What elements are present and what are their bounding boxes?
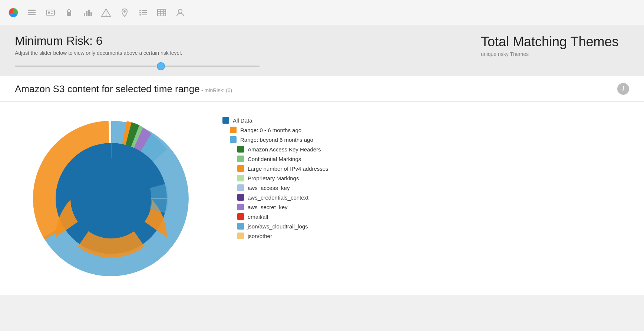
themes-title: Total Matching Themes bbox=[481, 34, 629, 50]
svg-rect-17 bbox=[142, 10, 147, 11]
svg-point-14 bbox=[106, 14, 107, 16]
legend-label-email: email/all bbox=[248, 214, 268, 220]
svg-rect-3 bbox=[28, 14, 36, 15]
svg-rect-12 bbox=[90, 12, 92, 16]
legend-label-confidential: Confidential Markings bbox=[248, 156, 301, 162]
legend-label-aws-credentials: aws_credentials_context bbox=[248, 194, 308, 201]
svg-point-18 bbox=[139, 12, 141, 13]
legend-swatch-range-old bbox=[230, 136, 237, 143]
legend-swatch-email bbox=[237, 213, 244, 220]
legend-label-all-data: All Data bbox=[233, 117, 252, 124]
section-header: Amazon S3 content for selected time rang… bbox=[0, 76, 644, 102]
legend-swatch-json-other bbox=[237, 233, 244, 239]
legend-item-all-data: All Data bbox=[222, 117, 629, 124]
legend-item-proprietary: Proprietary Markings bbox=[222, 175, 629, 181]
warning-icon[interactable] bbox=[100, 7, 112, 19]
svg-rect-8 bbox=[67, 12, 71, 16]
legend-item-email: email/all bbox=[222, 213, 629, 220]
legend-label-ipv4: Large number of IPv4 addresses bbox=[248, 166, 328, 172]
id-card-icon[interactable] bbox=[44, 7, 56, 19]
legend-item-amazon-access: Amazon Access Key Headers bbox=[222, 146, 629, 153]
legend-item-aws-secret: aws_secret_key bbox=[222, 204, 629, 210]
top-panel: Minimum Risk: 6 Adjust the slider below … bbox=[0, 25, 644, 76]
user-icon[interactable] bbox=[174, 7, 186, 19]
svg-point-15 bbox=[123, 10, 126, 13]
legend-item-aws-access-key: aws_access_key bbox=[222, 184, 629, 191]
svg-rect-9 bbox=[84, 13, 85, 16]
legend-container: All Data Range: 0 - 6 months ago Range: … bbox=[222, 110, 629, 287]
legend-swatch-all-data bbox=[222, 117, 229, 124]
legend-swatch-aws-access-key bbox=[237, 184, 244, 191]
risk-section: Minimum Risk: 6 Adjust the slider below … bbox=[15, 34, 466, 68]
svg-rect-4 bbox=[46, 10, 55, 15]
bar-chart-icon[interactable] bbox=[82, 7, 93, 19]
legend-label-aws-access-key: aws_access_key bbox=[248, 185, 290, 191]
svg-rect-21 bbox=[142, 14, 147, 15]
section-title-text: Amazon S3 content for selected time rang… bbox=[15, 83, 200, 94]
chart-container bbox=[15, 110, 208, 287]
legend-swatch-amazon-access bbox=[237, 146, 244, 153]
legend-label-aws-secret: aws_secret_key bbox=[248, 204, 288, 210]
slider-container bbox=[15, 62, 260, 68]
legend-label-cloudtrail: json/aws_cloudtrail_logs bbox=[248, 223, 308, 230]
legend-item-confidential: Confidential Markings bbox=[222, 156, 629, 162]
bullet-list-icon[interactable] bbox=[137, 7, 149, 19]
pie-chart-icon[interactable] bbox=[7, 7, 19, 19]
legend-swatch-aws-secret bbox=[237, 204, 244, 210]
section-min-risk: - minRisk: (6) bbox=[201, 87, 232, 93]
info-icon[interactable]: i bbox=[617, 83, 629, 95]
section-title: Amazon S3 content for selected time rang… bbox=[15, 83, 232, 95]
svg-rect-2 bbox=[28, 12, 36, 13]
legend-swatch-cloudtrail bbox=[237, 223, 244, 230]
donut-chart bbox=[22, 110, 200, 287]
legend-label-amazon-access: Amazon Access Key Headers bbox=[248, 146, 321, 153]
svg-rect-22 bbox=[158, 9, 166, 16]
legend-swatch-proprietary bbox=[237, 175, 244, 181]
svg-point-27 bbox=[178, 9, 182, 13]
legend-item-cloudtrail: json/aws_cloudtrail_logs bbox=[222, 223, 629, 230]
svg-rect-1 bbox=[28, 10, 36, 11]
legend-swatch-aws-credentials bbox=[237, 194, 244, 201]
risk-slider[interactable] bbox=[15, 66, 260, 67]
legend-item-json-other: json/other bbox=[222, 233, 629, 239]
legend-label-json-other: json/other bbox=[248, 233, 272, 239]
legend-swatch-ipv4 bbox=[237, 165, 244, 172]
legend-item-range-recent: Range: 0 - 6 months ago bbox=[222, 127, 629, 133]
themes-section: Total Matching Themes unique risky Theme… bbox=[481, 34, 629, 68]
list-icon[interactable] bbox=[26, 7, 38, 19]
svg-point-20 bbox=[139, 14, 141, 16]
themes-subtitle: unique risky Themes bbox=[481, 51, 629, 57]
svg-point-5 bbox=[48, 11, 50, 14]
risk-title: Minimum Risk: 6 bbox=[15, 34, 466, 48]
main-content: All Data Range: 0 - 6 months ago Range: … bbox=[0, 102, 644, 295]
risk-description: Adjust the slider below to view only doc… bbox=[15, 50, 466, 56]
table-icon[interactable] bbox=[156, 7, 168, 19]
legend-item-ipv4: Large number of IPv4 addresses bbox=[222, 165, 629, 172]
legend-swatch-confidential bbox=[237, 156, 244, 162]
svg-rect-13 bbox=[106, 11, 106, 14]
svg-point-30 bbox=[71, 158, 151, 238]
legend-swatch-range-recent bbox=[230, 127, 237, 133]
legend-item-range-old: Range: beyond 6 months ago bbox=[222, 136, 629, 143]
legend-label-proprietary: Proprietary Markings bbox=[248, 175, 299, 181]
svg-rect-7 bbox=[51, 13, 53, 14]
svg-rect-10 bbox=[86, 11, 87, 16]
legend-label-range-recent: Range: 0 - 6 months ago bbox=[240, 127, 301, 133]
svg-rect-6 bbox=[51, 11, 53, 12]
toolbar bbox=[0, 0, 644, 25]
legend-item-aws-credentials: aws_credentials_context bbox=[222, 194, 629, 201]
lock-icon[interactable] bbox=[63, 7, 75, 19]
location-icon[interactable] bbox=[119, 7, 131, 19]
legend-label-range-old: Range: beyond 6 months ago bbox=[240, 137, 313, 143]
svg-rect-11 bbox=[88, 10, 90, 16]
svg-point-16 bbox=[139, 10, 141, 11]
svg-rect-19 bbox=[142, 12, 147, 13]
